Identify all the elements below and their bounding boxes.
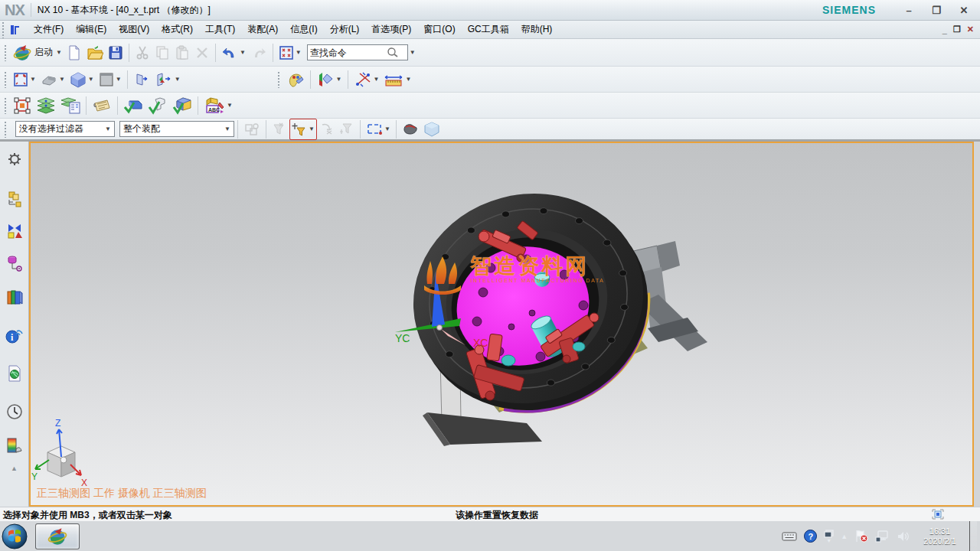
toolbar-grip[interactable] [4,97,7,114]
open-file-button[interactable] [84,42,106,64]
orient-part-button[interactable]: ▼ [38,69,67,90]
general-object-button[interactable] [400,119,421,140]
undo-dropdown-arrow[interactable]: ▼ [240,49,246,56]
toolbar-grip[interactable] [277,71,280,88]
snap-point-button[interactable]: ▼ [289,119,317,140]
window-layout-dropdown-arrow[interactable]: ▼ [296,49,302,56]
taskbar-nx-button[interactable] [35,523,80,549]
find-command-input[interactable] [310,47,387,58]
visual-roles-button[interactable] [284,69,307,90]
measure-distance-button[interactable]: ▼ [381,69,413,90]
selection-filter-dropdown[interactable]: 没有选择过滤器 ▼ [15,121,115,137]
sidebar-history[interactable] [3,400,26,423]
constraints-cross-icon [354,71,372,88]
tool-check-icon [148,96,168,115]
window-minimize-button[interactable]: – [900,5,917,16]
volume-tray-icon[interactable] [897,530,910,543]
menu-gc-toolbox[interactable]: GC工具箱 [462,21,515,38]
menu-assemblies[interactable]: 装配(A) [241,21,284,38]
sidebar-part-navigator[interactable] [3,252,26,275]
edit-object-display-button[interactable]: ABC ▼ [201,95,235,116]
window-layout-button[interactable]: ▼ [276,42,304,64]
selection-indicator-icon[interactable] [931,508,945,520]
sidebar-reuse-library[interactable] [3,285,26,308]
snap-filter-button[interactable] [270,119,289,140]
derive-filter-button[interactable] [317,119,337,140]
assembly-constraints-button[interactable]: ▼ [351,69,382,90]
paste-button[interactable] [172,42,192,64]
toolbar-grip[interactable] [4,121,7,138]
show-hidden-icons-arrow[interactable]: ▲ [841,533,848,540]
assembly-sequence-button[interactable] [34,95,58,116]
named-view-button[interactable]: ▼ [314,69,345,90]
start-button[interactable] [0,522,29,551]
doc-minimize-button[interactable]: _ [942,25,947,34]
graphics-viewport[interactable]: YC XC Z Y X [29,142,974,507]
copy-button[interactable] [152,42,172,64]
doc-close-button[interactable]: ✕ [967,24,974,34]
sidebar-constraint-navigator[interactable] [3,220,26,243]
window-close-button[interactable]: ✕ [956,5,972,16]
save-button[interactable] [106,42,126,64]
validate-block-button[interactable] [121,95,145,116]
sidebar-roles[interactable] [3,148,26,171]
layer-settings-button[interactable] [58,95,83,116]
window-restore-button[interactable]: ❐ [928,5,945,16]
toolbar-grip[interactable] [4,44,7,61]
isometric-view-button[interactable]: ▼ [67,69,96,90]
cut-button[interactable] [132,42,152,64]
system-tray: ? ▼ ▲ [782,521,980,551]
doc-restore-button[interactable]: ❐ [953,24,961,34]
sidebar-visual-palette[interactable] [3,434,26,457]
keyboard-tray-icon[interactable] [782,531,797,542]
search-dropdown-arrow[interactable]: ▼ [410,49,416,56]
annotation-button[interactable] [90,95,114,116]
sidebar-assembly-navigator[interactable] [3,187,26,210]
svg-text:ABC: ABC [208,106,220,112]
action-center-flag-icon[interactable] [854,530,868,543]
delete-button[interactable] [192,42,212,64]
render-style-button[interactable]: ▼ [96,69,124,90]
sidebar-web-browser[interactable] [3,362,26,385]
show-desktop-button[interactable] [969,521,977,551]
select-assembly-button[interactable] [241,119,263,140]
transparent-cube-button[interactable] [421,119,443,140]
taskbar-clock[interactable]: 16:31 2020/2/1 [917,527,962,546]
related-filter-button[interactable] [337,119,357,140]
toolbar-grip[interactable] [4,71,7,88]
menu-edit[interactable]: 编辑(E) [70,21,113,38]
menu-file[interactable]: 文件(F) [28,21,70,38]
start-dropdown-arrow[interactable]: ▼ [56,49,62,56]
sidebar-hd3d-tools[interactable]: i [3,324,26,347]
windows-start-icon [2,523,28,549]
undo-button[interactable]: ▼ [219,42,248,64]
help-tray-icon[interactable]: ? [804,530,817,543]
menu-information[interactable]: 信息(I) [284,21,323,38]
assembly-scope-dropdown[interactable]: 整个装配 ▼ [119,121,234,137]
menu-analysis[interactable]: 分析(L) [324,21,366,38]
menu-help[interactable]: 帮助(H) [515,21,559,38]
restore-windows-tray[interactable]: ▼ [824,530,834,543]
new-file-icon [67,45,82,60]
menu-format[interactable]: 格式(R) [155,21,199,38]
menu-tools[interactable]: 工具(T) [199,21,241,38]
nx-taskbar-icon [47,527,67,546]
new-file-button[interactable] [64,42,84,64]
network-tray-icon[interactable] [875,530,890,543]
copy-icon [155,45,170,60]
start-menu-button[interactable]: 启动 ▼ [11,42,64,64]
menu-preferences[interactable]: 首选项(P) [365,21,417,38]
menu-window[interactable]: 窗口(O) [417,21,461,38]
edit-section-button[interactable] [131,69,152,90]
fit-view-button[interactable]: ▼ [11,69,38,90]
sidebar-collapse-arrow[interactable]: ▲ [11,465,18,472]
menubar-grip[interactable] [2,21,5,38]
rectangle-select-button[interactable]: ▼ [364,119,393,140]
validate-tool-button[interactable] [145,95,170,116]
menu-view[interactable]: 视图(V) [113,21,155,38]
move-component-button[interactable] [11,95,34,116]
redo-button[interactable] [248,42,270,64]
work-section-button[interactable]: ▼ [152,69,183,90]
search-icon[interactable] [387,47,398,58]
validate-cube-button[interactable] [170,95,194,116]
